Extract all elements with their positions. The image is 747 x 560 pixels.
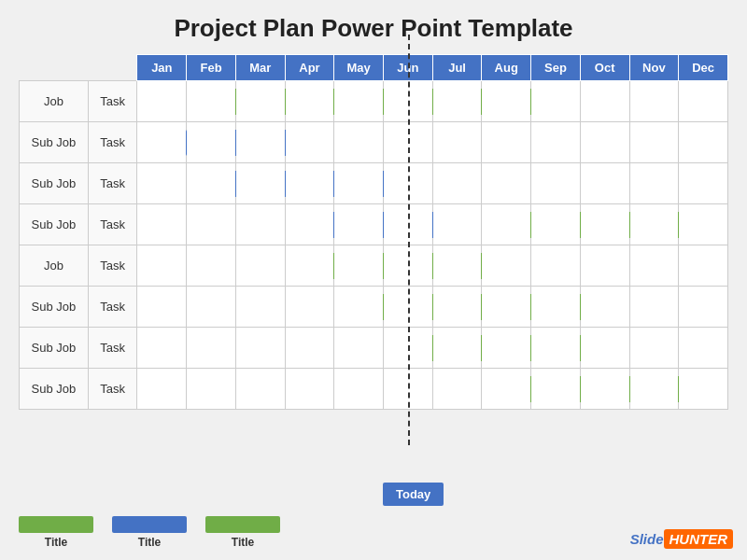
gantt-table: JanFebMarAprMayJunJulAugSepOctNovDec Job… [19, 54, 728, 410]
month-cell-6-6 [432, 328, 482, 369]
month-cell-2-8 [531, 163, 581, 204]
month-cell-7-6 [432, 369, 482, 410]
legend-label-2: Title [138, 536, 161, 549]
cell-job-1: Sub Job [20, 122, 89, 163]
table-row: Sub JobTask [20, 122, 728, 163]
table-row: Sub JobTask [20, 287, 728, 328]
month-cell-2-6 [432, 163, 482, 204]
logo-hunter: HUNTER [664, 529, 734, 549]
month-cell-3-8 [531, 204, 581, 245]
month-cell-0-7 [482, 81, 531, 122]
header-month-jul: Jul [432, 55, 482, 81]
slide: Project Plan Power Point Template JanFeb… [0, 0, 747, 560]
month-cell-1-8 [531, 122, 581, 163]
month-cell-5-2 [235, 287, 285, 328]
legend-item-1: Title [19, 516, 93, 549]
month-cell-1-2 [235, 122, 285, 163]
cell-task-1: Task [88, 122, 137, 163]
month-cell-2-10 [629, 163, 679, 204]
month-cell-7-10 [629, 369, 679, 410]
month-cell-2-11 [679, 163, 728, 204]
header-month-apr: Apr [285, 55, 334, 81]
cell-task-4: Task [88, 245, 137, 287]
table-row: JobTask [20, 81, 728, 122]
cell-job-5: Sub Job [20, 287, 89, 328]
month-cell-2-0 [137, 163, 187, 204]
month-cell-7-3 [285, 369, 334, 410]
month-cell-5-8 [531, 287, 581, 328]
month-cell-0-3 [285, 81, 334, 122]
legend-bar-green-2 [205, 516, 280, 533]
month-cell-2-4 [334, 163, 384, 204]
legend-label-1: Title [45, 536, 67, 549]
cell-job-0: Job [20, 81, 89, 122]
cell-task-6: Task [88, 328, 137, 369]
month-cell-1-5 [384, 122, 433, 163]
month-cell-2-9 [580, 163, 629, 204]
month-cell-1-7 [482, 122, 531, 163]
month-cell-7-1 [187, 369, 236, 410]
month-cell-0-0 [137, 81, 187, 122]
cell-task-5: Task [88, 287, 137, 328]
month-cell-7-7 [482, 369, 531, 410]
month-cell-5-7 [482, 287, 531, 328]
month-cell-5-5 [384, 287, 433, 328]
month-cell-1-9 [580, 122, 629, 163]
month-cell-4-11 [679, 245, 728, 287]
month-cell-6-0 [137, 328, 187, 369]
logo: Slide HUNTER [630, 529, 733, 549]
month-cell-6-4 [334, 328, 384, 369]
legend-item-3: Title [205, 516, 280, 549]
month-cell-2-7 [482, 163, 531, 204]
cell-job-6: Sub Job [20, 328, 89, 369]
month-cell-1-6 [432, 122, 482, 163]
table-row: JobTask [20, 245, 728, 287]
month-cell-7-8 [531, 369, 581, 410]
month-cell-4-2 [235, 245, 285, 287]
cell-task-7: Task [88, 369, 137, 410]
month-cell-5-0 [137, 287, 187, 328]
month-cell-6-11 [679, 328, 728, 369]
table-row: Sub JobTask [20, 328, 728, 369]
header-month-sep: Sep [531, 55, 581, 81]
month-cell-5-4 [334, 287, 384, 328]
month-cell-6-3 [285, 328, 334, 369]
table-row: Sub JobTask [20, 163, 728, 204]
month-cell-4-7 [482, 245, 531, 287]
month-cell-4-3 [285, 245, 334, 287]
month-cell-0-9 [580, 81, 629, 122]
month-cell-4-6 [432, 245, 482, 287]
month-cell-1-10 [629, 122, 679, 163]
month-cell-5-11 [679, 287, 728, 328]
month-cell-3-6 [432, 204, 482, 245]
month-cell-3-3 [285, 204, 334, 245]
month-cell-1-0 [137, 122, 187, 163]
month-cell-3-0 [137, 204, 187, 245]
month-cell-5-10 [629, 287, 679, 328]
month-cell-3-7 [482, 204, 531, 245]
month-cell-0-1 [187, 81, 236, 122]
month-cell-5-6 [432, 287, 482, 328]
header-month-nov: Nov [629, 55, 679, 81]
month-cell-2-5 [384, 163, 433, 204]
header-month-jun: Jun [384, 55, 433, 81]
month-cell-2-2 [235, 163, 285, 204]
month-cell-4-0 [137, 245, 187, 287]
month-cell-0-5 [384, 81, 433, 122]
month-cell-3-4 [334, 204, 384, 245]
month-cell-0-8 [531, 81, 581, 122]
header-job-empty [20, 55, 89, 81]
month-cell-5-9 [580, 287, 629, 328]
month-cell-7-2 [235, 369, 285, 410]
month-cell-0-11 [679, 81, 728, 122]
header-month-jan: Jan [137, 55, 187, 81]
month-cell-4-9 [580, 245, 629, 287]
header-month-aug: Aug [482, 55, 531, 81]
month-cell-3-11 [679, 204, 728, 245]
page-title: Project Plan Power Point Template [19, 14, 728, 43]
month-cell-0-10 [629, 81, 679, 122]
header-month-mar: Mar [235, 55, 285, 81]
month-cell-3-1 [187, 204, 236, 245]
legend-bar-green-1 [19, 516, 93, 533]
cell-job-3: Sub Job [20, 204, 89, 245]
